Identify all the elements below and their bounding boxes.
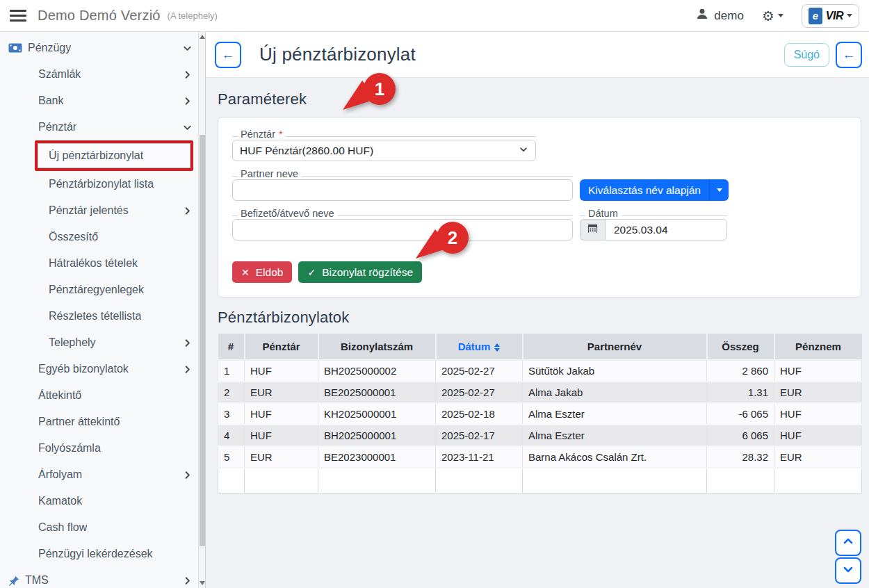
payer-field: Befizető/átvevő neve bbox=[232, 206, 573, 240]
partner-label: Partner neve bbox=[232, 167, 573, 179]
help-button[interactable]: Súgó bbox=[784, 43, 829, 67]
chevron-right-icon bbox=[182, 470, 193, 480]
table-header-row: # Pénztár Bizonylatszám Dátum Partnernév… bbox=[218, 334, 862, 360]
filter-cell[interactable] bbox=[436, 468, 523, 493]
split-dropdown-toggle[interactable] bbox=[709, 179, 729, 201]
sidebar-item-attekinto[interactable]: Áttekintő bbox=[0, 382, 205, 409]
back-button-right[interactable]: ← bbox=[836, 42, 862, 68]
sidebar-item-penztaregyenlegek[interactable]: Pénztáregyenlegek bbox=[0, 277, 205, 303]
sidebar-item-penztar[interactable]: Pénztár bbox=[0, 114, 205, 140]
page-header: ← Új pénztárbizonylat Súgó ← bbox=[206, 32, 869, 78]
sidebar-item-bank[interactable]: Bank bbox=[0, 88, 205, 114]
discard-button[interactable]: ✕ Eldob bbox=[232, 261, 292, 283]
filter-cell[interactable] bbox=[218, 468, 245, 493]
partner-field: Partner neve bbox=[232, 167, 573, 201]
col-header-index[interactable]: # bbox=[218, 334, 245, 360]
filter-cell[interactable] bbox=[318, 468, 436, 493]
parameters-card: Pénztár * HUF Pénztár(2860.00 HUF) P bbox=[218, 117, 861, 297]
sidebar-item-cash-flow[interactable]: Cash flow bbox=[0, 514, 205, 541]
sidebar-scrollbar[interactable] bbox=[198, 32, 205, 588]
col-header-osszeg[interactable]: Összeg bbox=[707, 334, 774, 360]
user-menu[interactable]: demo bbox=[696, 8, 744, 24]
table-row[interactable]: 1HUF BH20250000022025-02-27 Sütűtök Jaka… bbox=[218, 360, 862, 382]
table-filter-row bbox=[218, 468, 862, 493]
gear-icon: ⚙ bbox=[762, 9, 774, 23]
partner-name-input[interactable] bbox=[232, 179, 573, 201]
scroll-to-top-button[interactable] bbox=[835, 530, 861, 556]
sidebar-item-szamlak[interactable]: Számlák bbox=[0, 61, 205, 88]
sidebar-item-reszletes-tetellista[interactable]: Részletes tétellista bbox=[0, 303, 205, 329]
chevron-up-icon bbox=[843, 535, 854, 550]
filter-cell[interactable] bbox=[774, 468, 862, 493]
filter-cell[interactable] bbox=[707, 468, 774, 493]
sidebar-item-penztar-jelentes[interactable]: Pénztár jelentés bbox=[0, 197, 205, 224]
col-header-partnernev[interactable]: Partnernév bbox=[523, 334, 707, 360]
hamburger-menu-icon[interactable] bbox=[10, 10, 26, 22]
sidebar-item-uj-penztarbizonylat[interactable]: Új pénztárbizonylat bbox=[35, 140, 193, 171]
topbar: Demo Demó Verzió (A telephely) demo ⚙ e … bbox=[0, 0, 869, 32]
sidebar-item-penzugyi-lekerdezesek[interactable]: Pénzügyi lekérdezések bbox=[0, 541, 205, 567]
table-row[interactable]: 2EUR BE20250000012025-02-27 Alma Jakab1.… bbox=[218, 382, 862, 403]
evir-logo-text: VIR bbox=[826, 10, 843, 22]
penztar-label: Pénztár * bbox=[232, 127, 536, 140]
sidebar-item-kamatok[interactable]: Kamatok bbox=[0, 488, 205, 514]
chevron-down-icon bbox=[778, 14, 783, 17]
sidebar-item-egyeb-bizonylatok[interactable]: Egyéb bizonylatok bbox=[0, 356, 205, 382]
scroll-down-arrow-icon[interactable] bbox=[200, 581, 205, 585]
sidebar-item-partner-attekinto[interactable]: Partner áttekintő bbox=[0, 409, 205, 435]
sidebar-item-folyoszamla[interactable]: Folyószámla bbox=[0, 435, 205, 462]
evir-logo-e: e bbox=[809, 8, 822, 24]
payer-label: Befizető/átvevő neve bbox=[232, 206, 573, 219]
check-icon: ✓ bbox=[307, 267, 316, 278]
money-icon bbox=[8, 43, 22, 53]
chevron-right-icon bbox=[182, 70, 193, 80]
chevron-right-icon bbox=[182, 96, 193, 106]
col-header-penztar[interactable]: Pénztár bbox=[245, 334, 318, 360]
scrollbar-thumb[interactable] bbox=[200, 135, 205, 546]
parameters-section-title: Paraméterek bbox=[218, 90, 862, 108]
filter-cell[interactable] bbox=[523, 468, 707, 493]
table-row[interactable]: 5EUR BE20230000012023-11-21 Barna Akácos… bbox=[218, 446, 862, 468]
page-title: Új pénztárbizonylat bbox=[259, 44, 416, 65]
chevron-down-icon bbox=[182, 122, 193, 133]
scroll-up-arrow-icon[interactable] bbox=[200, 35, 205, 39]
chevron-down-icon bbox=[843, 563, 854, 578]
pushpin-icon bbox=[8, 575, 19, 586]
scroll-to-bottom-button[interactable] bbox=[835, 557, 861, 584]
chevron-right-icon bbox=[182, 206, 193, 216]
col-header-datum-sort[interactable]: Dátum bbox=[436, 334, 523, 360]
sidebar-item-osszesito[interactable]: Összesítő bbox=[0, 224, 205, 250]
sidebar-item-telephely[interactable]: Telephely bbox=[0, 329, 205, 356]
sidebar-item-hatralekos-tetelek[interactable]: Hátralékos tételek bbox=[0, 250, 205, 277]
date-input[interactable]: 2025.03.04 bbox=[605, 219, 727, 240]
settings-menu[interactable]: ⚙ bbox=[762, 9, 783, 23]
sidebar-item-tms[interactable]: TMS bbox=[0, 567, 205, 588]
sidebar-item-penztarbizonylat-lista[interactable]: Pénztárbizonylat lista bbox=[0, 171, 205, 197]
table-row[interactable]: 4HUF BH20250000012025-02-17 Alma Eszter6… bbox=[218, 425, 862, 446]
chevron-right-icon bbox=[182, 575, 193, 586]
chevron-down-icon bbox=[717, 188, 722, 192]
select-by-name-button[interactable]: Kiválasztás név alapján bbox=[580, 179, 729, 201]
penztar-select[interactable]: HUF Pénztár(2860.00 HUF) bbox=[232, 140, 536, 161]
sidebar: Pénzügy Számlák Bank Pénztár Új pénztárb… bbox=[0, 32, 206, 588]
penztar-select-value: HUF Pénztár(2860.00 HUF) bbox=[240, 145, 373, 157]
table-row[interactable]: 3HUF KH20250000012025-02-18 Alma Eszter-… bbox=[218, 403, 862, 425]
sidebar-item-penzugy[interactable]: Pénzügy bbox=[0, 35, 205, 61]
required-asterisk: * bbox=[279, 129, 286, 140]
save-receipt-button[interactable]: ✓ Bizonylat rögzítése bbox=[298, 261, 422, 283]
penztar-field: Pénztár * HUF Pénztár(2860.00 HUF) bbox=[232, 127, 536, 161]
col-header-penznem[interactable]: Pénznem bbox=[774, 334, 862, 360]
user-name: demo bbox=[714, 9, 744, 23]
chevron-down-icon bbox=[182, 43, 193, 54]
chevron-down-icon bbox=[847, 14, 852, 17]
sidebar-item-arfolyam[interactable]: Árfolyam bbox=[0, 462, 205, 488]
back-button-left[interactable]: ← bbox=[215, 42, 241, 68]
calendar-icon bbox=[587, 223, 598, 236]
payer-name-input[interactable] bbox=[232, 219, 573, 240]
calendar-button[interactable] bbox=[580, 219, 605, 240]
back-arrow-icon: ← bbox=[843, 47, 856, 63]
filter-cell[interactable] bbox=[245, 468, 318, 493]
col-header-bizonylatszam[interactable]: Bizonylatszám bbox=[318, 334, 436, 360]
evir-logo-menu[interactable]: e VIR bbox=[802, 4, 859, 28]
date-field: Dátum 2025.03.04 bbox=[580, 206, 727, 240]
